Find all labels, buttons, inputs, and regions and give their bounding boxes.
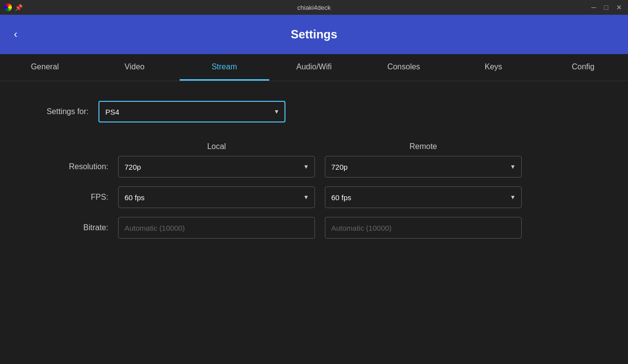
- settings-for-row: Settings for: PS4 PS5: [30, 101, 598, 122]
- settings-for-select-wrapper: PS4 PS5: [98, 101, 285, 122]
- maximize-button[interactable]: □: [602, 3, 610, 12]
- titlebar-left: 📌: [4, 3, 23, 11]
- bitrate-remote-input[interactable]: [325, 217, 522, 239]
- pin-icon: 📌: [15, 4, 23, 11]
- tab-general[interactable]: General: [0, 54, 90, 81]
- resolution-remote-wrapper: 360p 540p 720p 1080p: [325, 156, 522, 178]
- header: ‹ Settings: [0, 15, 628, 54]
- back-button[interactable]: ‹: [10, 27, 21, 42]
- main-content: Settings for: PS4 PS5 Local Remote Resol…: [0, 81, 628, 267]
- tab-keys[interactable]: Keys: [448, 54, 538, 81]
- bitrate-row: Bitrate:: [30, 217, 598, 239]
- tab-config[interactable]: Config: [538, 54, 628, 81]
- resolution-row: Resolution: 360p 540p 720p 1080p 360p 54…: [30, 156, 598, 178]
- tab-consoles[interactable]: Consoles: [359, 54, 448, 81]
- columns-header: Local Remote: [118, 142, 598, 151]
- settings-for-select[interactable]: PS4 PS5: [98, 101, 285, 122]
- titlebar-title: chiaki4deck: [297, 4, 331, 11]
- local-column-header: Local: [118, 142, 315, 151]
- tab-stream[interactable]: Stream: [180, 54, 269, 81]
- app-icon: [4, 3, 12, 11]
- fps-local-wrapper: 30 fps 60 fps: [118, 186, 315, 208]
- minimize-button[interactable]: ─: [590, 3, 598, 12]
- titlebar-controls: ─ □ ✕: [590, 3, 624, 12]
- fps-remote-wrapper: 30 fps 60 fps: [325, 186, 522, 208]
- nav-tabs: General Video Stream Audio/Wifi Consoles…: [0, 54, 628, 81]
- page-title: Settings: [291, 28, 338, 41]
- bitrate-label: Bitrate:: [30, 223, 108, 232]
- tab-video[interactable]: Video: [90, 54, 179, 81]
- remote-column-header: Remote: [325, 142, 522, 151]
- settings-for-label: Settings for:: [30, 107, 89, 116]
- bitrate-remote-wrapper: [325, 217, 522, 239]
- bitrate-local-wrapper: [118, 217, 315, 239]
- resolution-local-wrapper: 360p 540p 720p 1080p: [118, 156, 315, 178]
- resolution-local-select[interactable]: 360p 540p 720p 1080p: [118, 156, 315, 178]
- tab-audio-wifi[interactable]: Audio/Wifi: [269, 54, 359, 81]
- close-button[interactable]: ✕: [614, 3, 624, 12]
- fps-row: FPS: 30 fps 60 fps 30 fps 60 fps: [30, 186, 598, 208]
- bitrate-local-input[interactable]: [118, 217, 315, 239]
- fps-remote-select[interactable]: 30 fps 60 fps: [325, 186, 522, 208]
- resolution-remote-select[interactable]: 360p 540p 720p 1080p: [325, 156, 522, 178]
- resolution-label: Resolution:: [30, 162, 108, 171]
- fps-label: FPS:: [30, 193, 108, 202]
- fps-local-select[interactable]: 30 fps 60 fps: [118, 186, 315, 208]
- titlebar: 📌 chiaki4deck ─ □ ✕: [0, 0, 628, 15]
